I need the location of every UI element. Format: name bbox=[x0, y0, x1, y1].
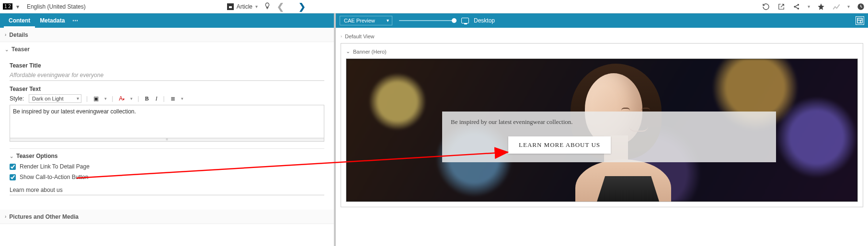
chevron-down-icon: ⌄ bbox=[10, 154, 13, 159]
section-teaser[interactable]: ⌄ Teaser bbox=[0, 42, 334, 56]
rte-toolbar: Style: Dark on Light | ▣ ▾ | A▾ ▾ | B I … bbox=[10, 94, 324, 103]
tab-more[interactable]: ⋯ bbox=[72, 17, 79, 24]
style-select[interactable]: Dark on Light bbox=[29, 94, 81, 103]
device-label: Desktop bbox=[474, 17, 495, 24]
prev-doc-button[interactable]: ❮ bbox=[277, 1, 284, 12]
banner-hero-label: Banner (Hero) bbox=[353, 49, 387, 55]
language-label[interactable]: English (United States) bbox=[27, 3, 86, 10]
teaser-options-toggle[interactable]: ⌄ Teaser Options bbox=[10, 153, 324, 159]
chevron-down-icon: ▾ bbox=[255, 4, 258, 9]
render-link-checkbox[interactable] bbox=[10, 164, 16, 170]
chevron-down-icon[interactable]: ▾ bbox=[130, 96, 133, 101]
next-doc-button[interactable]: ❯ bbox=[298, 1, 306, 12]
teaser-options-label: Teaser Options bbox=[16, 153, 57, 159]
hero-overlay: Be inspired by our latest eveningwear co… bbox=[442, 112, 776, 162]
chevron-down-icon[interactable]: ▾ bbox=[181, 96, 183, 101]
show-cta-label: Show Call-to-Action Button bbox=[20, 174, 88, 180]
tab-content[interactable]: Content bbox=[4, 13, 35, 28]
zoom-slider[interactable] bbox=[399, 20, 457, 21]
chevron-right-icon: › bbox=[341, 34, 342, 39]
analytics-icon[interactable] bbox=[832, 2, 841, 11]
teaser-title-label: Teaser Title bbox=[10, 62, 324, 69]
default-view-label: Default View bbox=[345, 34, 375, 39]
banner-hero-toggle[interactable]: ⌄ Banner (Hero) bbox=[346, 48, 858, 55]
resize-handle[interactable] bbox=[10, 138, 324, 142]
chevron-right-icon: › bbox=[5, 32, 6, 37]
italic-button[interactable]: I bbox=[154, 95, 158, 102]
external-link-icon[interactable] bbox=[777, 2, 786, 11]
chevron-right-icon: › bbox=[5, 214, 6, 219]
show-cta-checkbox[interactable] bbox=[10, 174, 16, 180]
star-icon[interactable] bbox=[817, 2, 825, 11]
content-type-label: Article bbox=[237, 3, 252, 10]
svg-rect-4 bbox=[857, 18, 862, 23]
tab-metadata[interactable]: Metadata bbox=[35, 13, 69, 28]
hero-tagline: Be inspired by our latest eveningwear co… bbox=[451, 118, 767, 126]
doc-badge: 1 2 bbox=[3, 3, 12, 10]
section-pictures[interactable]: › Pictures and Other Media bbox=[0, 210, 334, 224]
teaser-text-label: Teaser Text bbox=[10, 86, 324, 92]
refresh-icon[interactable] bbox=[762, 2, 770, 11]
chevron-down-icon: ⌄ bbox=[5, 47, 9, 52]
section-details-label: Details bbox=[9, 32, 28, 38]
default-view-toggle[interactable]: › Default View bbox=[341, 34, 863, 39]
lightbulb-icon[interactable] bbox=[263, 2, 271, 11]
clock-icon[interactable] bbox=[857, 2, 865, 11]
chevron-down-icon[interactable]: ▾ bbox=[104, 96, 107, 101]
share-icon[interactable] bbox=[792, 2, 801, 11]
bold-button[interactable]: B bbox=[144, 95, 149, 102]
hero-cta-button[interactable]: LEARN MORE ABOUT US bbox=[508, 136, 611, 154]
content-type-selector[interactable]: Article ▾ bbox=[227, 3, 258, 10]
section-details[interactable]: › Details bbox=[0, 28, 334, 42]
editor-tabs: Content Metadata ⋯ bbox=[0, 13, 334, 28]
doc-dropdown[interactable]: ▾ bbox=[16, 3, 19, 10]
preview-toolbar: CAE Preview Desktop bbox=[336, 13, 868, 28]
hero-preview: Be inspired by our latest eveningwear co… bbox=[346, 58, 858, 202]
preview-mode-select[interactable]: CAE Preview bbox=[340, 16, 392, 25]
chevron-down-icon[interactable]: ▾ bbox=[847, 4, 850, 9]
chevron-down-icon[interactable]: ▾ bbox=[808, 4, 810, 9]
image-align-button[interactable]: ▣ bbox=[92, 95, 100, 102]
section-teaser-label: Teaser bbox=[11, 46, 30, 53]
desktop-icon[interactable] bbox=[461, 18, 469, 23]
chevron-down-icon: ⌄ bbox=[346, 48, 350, 55]
article-icon bbox=[227, 3, 234, 10]
banner-frame: ⌄ Banner (Hero) bbox=[341, 43, 863, 207]
style-label: Style: bbox=[10, 95, 24, 102]
teaser-text-input[interactable]: Be inspired by our latest eveningwear co… bbox=[10, 105, 324, 138]
teaser-title-input[interactable]: Affordable eveningwear for everyone bbox=[10, 70, 324, 81]
section-pictures-label: Pictures and Other Media bbox=[9, 213, 79, 220]
align-button[interactable]: ≣ bbox=[170, 95, 176, 102]
preview-settings-button[interactable] bbox=[856, 16, 864, 25]
font-color-button[interactable]: A▾ bbox=[118, 95, 126, 102]
cta-text-input[interactable] bbox=[10, 185, 324, 195]
render-link-label: Render Link To Detail Page bbox=[20, 163, 90, 170]
